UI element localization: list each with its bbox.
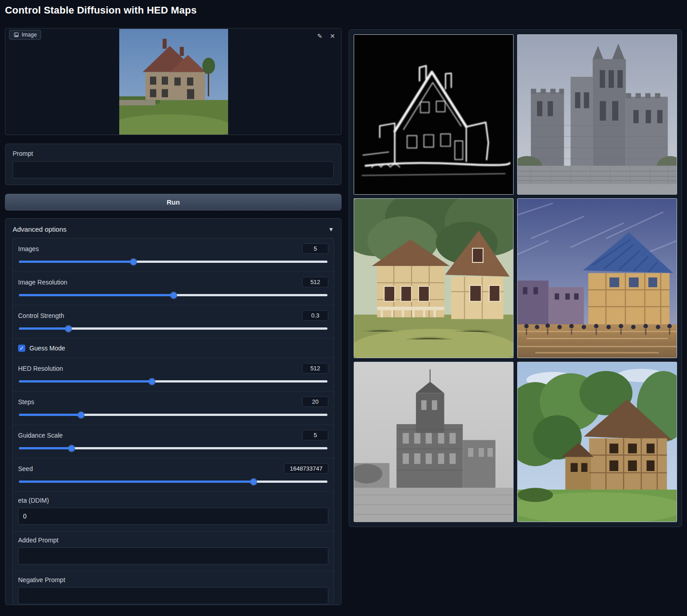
added-prompt-row: Added Prompt	[13, 532, 334, 571]
gallery-item-impressionist-house[interactable]	[517, 198, 677, 359]
slider-value-image-resolution[interactable]: 512	[302, 277, 328, 287]
slider-track-hed-resolution[interactable]	[19, 380, 327, 383]
slider-value-seed[interactable]: 1648733747	[284, 463, 328, 474]
app-page: Control Stable Diffusion with HED Maps I…	[0, 0, 687, 616]
slider-row-steps: Steps 20	[13, 392, 334, 425]
uploaded-image	[119, 29, 228, 135]
slider-label-hed-resolution: HED Resolution	[18, 365, 63, 372]
impressionist-house-image	[518, 199, 677, 358]
advanced-options-block: Advanced options ▼ Images 5 Image Resolu…	[5, 218, 341, 605]
slider-label-guidance-scale: Guidance Scale	[18, 432, 63, 439]
eta-label: eta (DDIM)	[18, 497, 328, 504]
slider-track-control-strength[interactable]	[19, 327, 327, 330]
edit-image-button[interactable]: ✎	[315, 31, 325, 41]
page-title: Control Stable Diffusion with HED Maps	[5, 5, 196, 16]
advanced-options-header[interactable]: Advanced options ▼	[5, 219, 341, 238]
image-label: Image	[22, 32, 37, 38]
gallery-item-grayscale-building[interactable]	[354, 362, 514, 522]
gallery-item-stone-cathedral[interactable]	[517, 34, 677, 195]
image-icon	[14, 32, 19, 37]
slider-handle-guidance-scale[interactable]	[68, 445, 75, 452]
slider-handle-hed-resolution[interactable]	[149, 378, 155, 385]
gallery-item-victorian-house-painting[interactable]	[354, 198, 514, 359]
slider-track-steps[interactable]	[19, 414, 327, 416]
prompt-label: Prompt	[13, 150, 334, 157]
grayscale-building-image	[354, 362, 513, 522]
uploaded-house-photo	[119, 29, 228, 135]
guess-mode-checkbox[interactable]: ✓	[18, 345, 25, 352]
slider-row-image-resolution: Image Resolution 512	[13, 272, 334, 305]
gallery-item-timber-house-with-trees[interactable]	[517, 362, 677, 522]
prompt-input[interactable]	[13, 161, 334, 178]
timber-house-with-trees-image	[518, 362, 677, 522]
slider-label-images: Images	[18, 245, 39, 252]
output-gallery	[349, 29, 682, 527]
slider-track-guidance-scale[interactable]	[19, 447, 327, 449]
slider-row-hed-resolution: HED Resolution 512	[13, 358, 334, 392]
added-prompt-input[interactable]	[18, 547, 328, 565]
negative-prompt-label: Negative Prompt	[18, 576, 328, 583]
chevron-down-icon: ▼	[328, 226, 334, 233]
slider-handle-seed[interactable]	[250, 478, 257, 485]
eta-row: eta (DDIM)	[13, 492, 334, 532]
slider-handle-steps[interactable]	[78, 411, 84, 418]
prompt-block: Prompt	[5, 144, 341, 185]
hed-edge-map-image	[354, 35, 513, 194]
slider-value-guidance-scale[interactable]: 5	[302, 430, 328, 440]
slider-value-images[interactable]: 5	[302, 243, 328, 254]
slider-label-image-resolution: Image Resolution	[18, 279, 67, 286]
guess-mode-row: ✓ Guess Mode	[13, 339, 334, 358]
slider-handle-images[interactable]	[130, 258, 137, 265]
slider-track-seed[interactable]	[19, 481, 327, 483]
slider-handle-image-resolution[interactable]	[170, 292, 177, 299]
slider-track-images[interactable]	[19, 261, 327, 263]
added-prompt-label: Added Prompt	[18, 537, 328, 544]
slider-value-control-strength[interactable]: 0.3	[302, 310, 328, 321]
eta-input[interactable]	[18, 508, 328, 525]
gallery-item-hed-edge-map[interactable]	[354, 34, 514, 195]
slider-track-image-resolution[interactable]	[19, 294, 327, 296]
slider-value-steps[interactable]: 20	[302, 397, 328, 407]
advanced-options-title: Advanced options	[13, 225, 66, 233]
slider-handle-control-strength[interactable]	[65, 325, 72, 332]
slider-value-hed-resolution[interactable]: 512	[302, 363, 328, 373]
slider-row-images: Images 5	[13, 238, 334, 272]
image-label-chip: Image	[9, 30, 41, 40]
clear-image-button[interactable]: ✕	[327, 31, 337, 41]
slider-label-seed: Seed	[18, 465, 33, 472]
slider-row-seed: Seed 1648733747	[13, 458, 334, 492]
negative-prompt-input[interactable]	[18, 587, 328, 604]
slider-label-control-strength: Control Strength	[18, 312, 64, 319]
image-tools: ✎ ✕	[315, 31, 337, 41]
stone-cathedral-image	[518, 35, 677, 194]
negative-prompt-row: Negative Prompt	[13, 571, 334, 605]
advanced-options-body: Images 5 Image Resolution 512	[12, 238, 334, 605]
guess-mode-label: Guess Mode	[29, 345, 65, 352]
slider-label-steps: Steps	[18, 398, 34, 406]
slider-row-control-strength: Control Strength 0.3	[13, 305, 334, 339]
image-input-block[interactable]: Image ✎ ✕	[5, 28, 341, 135]
slider-row-guidance-scale: Guidance Scale 5	[13, 425, 334, 458]
victorian-house-painting-image	[354, 199, 513, 358]
run-button[interactable]: Run	[5, 194, 341, 210]
